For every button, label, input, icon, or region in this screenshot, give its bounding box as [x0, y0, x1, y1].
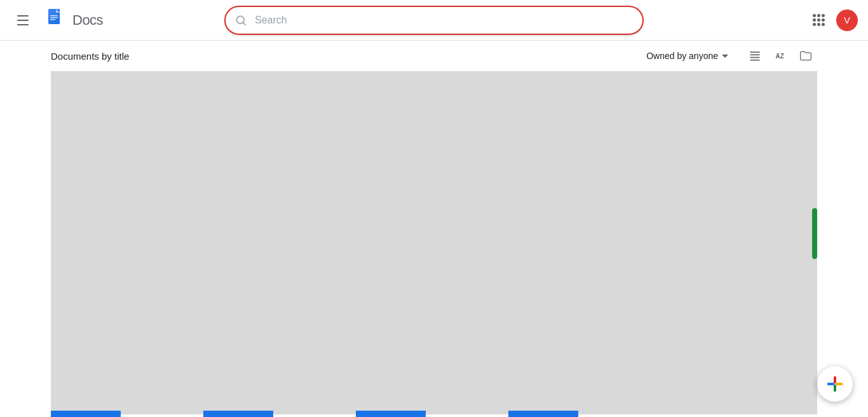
view-toggle-group: AZ: [743, 44, 817, 67]
svg-rect-2: [50, 15, 58, 17]
svg-rect-15: [834, 385, 836, 392]
sort-label: Documents by title: [51, 51, 129, 62]
svg-rect-9: [750, 57, 760, 58]
scrollbar-thumb[interactable]: [812, 208, 817, 259]
svg-rect-14: [834, 376, 836, 383]
new-document-fab[interactable]: [817, 366, 853, 402]
folder-view-button[interactable]: [794, 44, 817, 67]
owner-filter-label: Owned by anyone: [646, 51, 718, 61]
svg-rect-10: [750, 60, 760, 61]
thumb-stub-4[interactable]: [508, 411, 578, 417]
user-avatar[interactable]: V: [836, 10, 858, 31]
thumb-stub-2[interactable]: [203, 411, 273, 417]
search-input[interactable]: [255, 15, 634, 26]
app-logo[interactable]: Docs: [43, 8, 103, 33]
thumb-stub-1[interactable]: [51, 411, 121, 417]
list-view-icon: [749, 50, 761, 62]
search-container: [224, 6, 644, 35]
app-name-label: Docs: [72, 12, 103, 29]
svg-rect-3: [50, 17, 58, 18]
search-box: [224, 6, 644, 35]
svg-rect-4: [50, 19, 55, 20]
toolbar: Documents by title Owned by anyone AZ: [0, 41, 868, 71]
svg-text:AZ: AZ: [776, 53, 784, 60]
hamburger-line-3: [17, 24, 29, 25]
list-view-button[interactable]: [743, 44, 766, 67]
hamburger-line-1: [17, 15, 29, 17]
svg-rect-13: [836, 383, 843, 385]
main-content-area: [51, 71, 817, 414]
header-right: V: [806, 8, 858, 33]
toolbar-right: Owned by anyone AZ: [641, 44, 817, 67]
plus-icon: [827, 376, 843, 392]
toolbar-left: Documents by title: [51, 51, 129, 62]
header: Docs: [0, 0, 868, 41]
chevron-down-icon: [722, 55, 728, 58]
docs-logo-icon: [43, 8, 69, 33]
folder-icon: [799, 50, 812, 62]
svg-line-6: [243, 22, 246, 25]
hamburger-line-2: [17, 20, 29, 21]
search-icon: [234, 14, 247, 27]
svg-rect-7: [750, 51, 760, 53]
sort-icon: AZ: [774, 50, 787, 62]
hamburger-menu-button[interactable]: [10, 8, 36, 33]
document-thumbnails-strip: [51, 411, 868, 417]
svg-rect-8: [750, 55, 760, 56]
grid-icon: [813, 14, 825, 26]
sort-button[interactable]: AZ: [769, 44, 792, 67]
svg-rect-12: [827, 383, 834, 385]
owner-filter-button[interactable]: Owned by anyone: [641, 47, 733, 65]
header-left: Docs: [10, 8, 137, 33]
google-apps-button[interactable]: [806, 8, 831, 33]
thumb-stub-3[interactable]: [356, 411, 426, 417]
scrollbar-track: [812, 71, 817, 414]
